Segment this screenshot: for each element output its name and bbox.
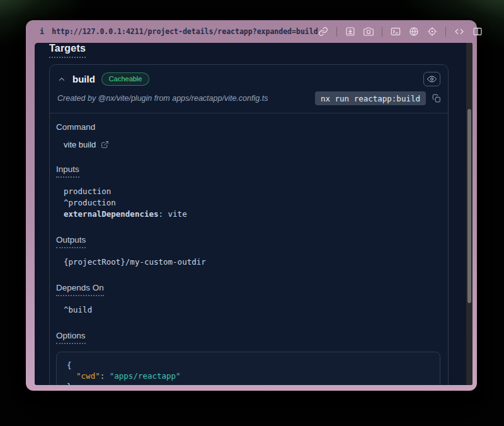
targets-section-header: Targets	[49, 43, 449, 58]
toolbar-divider	[382, 27, 382, 37]
copy-command-button[interactable]	[430, 92, 443, 105]
command-label: Command	[56, 122, 440, 132]
target-name: build	[72, 74, 95, 84]
command-value-row: vite build	[64, 140, 440, 149]
depends-on-item: ^build	[64, 304, 440, 316]
input-item: production	[64, 186, 440, 197]
json-key: "cwd"	[76, 371, 100, 381]
code-icon[interactable]	[454, 26, 464, 37]
outputs-section: Outputs {projectRoot}/my-custom-outdir	[56, 234, 440, 268]
input-item-key: externalDependencies	[64, 209, 159, 219]
url-text[interactable]: http://127.0.0.1:4211/project-details/re…	[52, 27, 318, 36]
depends-on-label[interactable]: Depends On	[56, 283, 104, 296]
target-panel-build: build Cacheable Created by @nx/vite/plug…	[49, 64, 449, 385]
inputs-label[interactable]: Inputs	[56, 164, 79, 178]
created-by-text: Created by @nx/vite/plugin from apps/rea…	[57, 94, 268, 103]
depends-on-list: ^build	[64, 304, 440, 316]
output-item: {projectRoot}/my-custom-outdir	[64, 256, 440, 268]
toolbar-divider	[336, 27, 337, 37]
json-value: "apps/reactapp"	[110, 371, 181, 381]
command-section: Command vite build	[56, 122, 440, 149]
view-graph-button[interactable]	[423, 72, 440, 86]
terminal-icon[interactable]	[391, 26, 401, 37]
camera-icon[interactable]	[364, 26, 374, 37]
page-viewport: Targets build Cacheable	[35, 43, 472, 385]
eye-icon	[427, 74, 437, 84]
build-panel-body: Command vite build Inputs production	[50, 113, 448, 385]
copy-icon	[432, 94, 441, 103]
outputs-label[interactable]: Outputs	[56, 235, 86, 248]
toolbar-actions	[318, 26, 483, 37]
depends-on-section: Depends On ^build	[56, 282, 440, 316]
command-value: vite build	[64, 140, 96, 149]
options-json-viewer: { "cwd": "apps/reactapp" }	[56, 352, 440, 385]
chevron-up-icon[interactable]	[57, 75, 66, 84]
build-panel-header[interactable]: build Cacheable	[50, 65, 448, 90]
scrollbar-thumb[interactable]	[467, 109, 471, 303]
external-link-icon[interactable]	[101, 141, 109, 149]
json-open-brace: {	[67, 360, 430, 371]
outputs-list: {projectRoot}/my-custom-outdir	[64, 256, 440, 268]
globe-icon[interactable]	[409, 26, 419, 37]
project-details-page: Targets build Cacheable	[35, 43, 466, 385]
browser-toolbar: i http://127.0.0.1:4211/project-details/…	[26, 20, 477, 43]
scrollbar[interactable]	[466, 43, 472, 385]
json-close-brace: }	[67, 381, 430, 385]
toolbar-divider	[445, 27, 446, 37]
cacheable-badge: Cacheable	[101, 72, 150, 85]
json-property-row: "cwd": "apps/reactapp"	[67, 371, 430, 381]
options-section: Options { "cwd": "apps/reactapp" }	[56, 330, 440, 385]
import-icon[interactable]	[345, 26, 355, 37]
browser-window: i http://127.0.0.1:4211/project-details/…	[26, 20, 477, 391]
split-view-icon[interactable]	[472, 26, 483, 37]
inputs-section: Inputs production ^production externalDe…	[56, 163, 440, 220]
input-item: ^production	[64, 197, 440, 209]
page-title: Targets	[49, 43, 86, 58]
run-command-chip: nx run reactapp:build	[315, 91, 426, 105]
input-item-value: : vite	[159, 209, 187, 219]
options-label[interactable]: Options	[56, 331, 86, 344]
link-icon[interactable]	[318, 26, 328, 37]
input-item: externalDependencies: vite	[64, 209, 440, 220]
build-panel-subheader: Created by @nx/vite/plugin from apps/rea…	[50, 90, 448, 113]
inputs-list: production ^production externalDependenc…	[64, 186, 440, 220]
info-icon: i	[40, 27, 44, 36]
target-icon[interactable]	[427, 26, 437, 37]
